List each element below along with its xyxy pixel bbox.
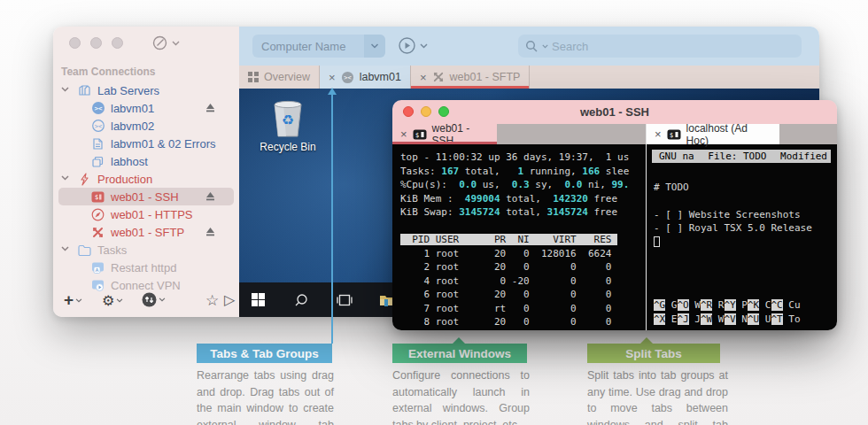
tree-item-labvm01[interactable]: >< labvm01: [53, 99, 239, 117]
tree-group-label: Production: [97, 173, 152, 186]
eject-icon[interactable]: [205, 102, 216, 113]
star-icon: ☆: [205, 291, 219, 310]
add-connection-button[interactable]: +: [64, 292, 82, 308]
minimize-window-button[interactable]: [90, 37, 102, 49]
callout-title: Split Tabs: [625, 347, 682, 360]
window-controls: [69, 37, 123, 49]
tab-bar: Overview × >< labvm01 × web01 - SFTP: [239, 66, 819, 89]
terminal-line: 7 root rt 0 0 0: [400, 302, 646, 316]
folder-icon: [77, 243, 92, 258]
remote-screen-outline-icon: ><: [90, 119, 105, 134]
tab-overview[interactable]: Overview: [239, 66, 320, 89]
tree-item-labvm-errors[interactable]: labvm01 & 02 Errors: [53, 135, 239, 152]
right-split-tabbar: × $ localhost (Ad Hoc): [647, 124, 836, 144]
terminal-line: KiB Mem : 499004 total, 142320 free: [400, 192, 646, 206]
tab-web01-ssh[interactable]: × $ web01 - SSH: [392, 124, 497, 144]
zoom-window-button[interactable]: [112, 37, 123, 49]
terminal-top-output[interactable]: top - 11:00:32 up 36 days, 19:37, 1 usTa…: [392, 144, 647, 330]
play-outline-icon: ▷: [224, 291, 235, 308]
terminal-line: 1 root 20 0 128016 6624: [400, 247, 646, 261]
connection-tree: Lab Servers >< labvm01 >< labvm02 labvm0…: [53, 81, 239, 294]
remote-screen-icon: ><: [90, 101, 105, 116]
external-window: web01 - SSH × $ web01 - SSH × $ localhos…: [392, 100, 837, 330]
terminal-line: - [ ] Website Screenshots: [654, 208, 836, 222]
tree-group-lab-servers[interactable]: Lab Servers: [53, 81, 239, 99]
svg-text:$: $: [95, 194, 98, 201]
tree-item-labvm02[interactable]: >< labvm02: [53, 117, 239, 135]
compose-icon: [152, 35, 167, 50]
terminal-line: PID USER PR NI VIRT RES: [400, 233, 646, 247]
tree-item-web01-sftp[interactable]: web01 - SFTP: [53, 223, 239, 241]
tree-item-web01-https[interactable]: web01 - HTTPS: [53, 205, 239, 223]
favorites-button[interactable]: ☆: [205, 291, 219, 310]
tree-item-label: labvm02: [111, 120, 154, 133]
close-icon[interactable]: ×: [329, 71, 336, 84]
minimize-window-button[interactable]: [421, 106, 431, 117]
settings-button[interactable]: ⚙: [102, 292, 123, 309]
close-icon[interactable]: ×: [400, 128, 407, 141]
computer-name-dropdown[interactable]: Computer Name: [252, 35, 385, 58]
external-window-titlebar[interactable]: web01 - SSH: [392, 100, 837, 124]
sort-connections-button[interactable]: [142, 292, 166, 307]
terminal-line: %Cpu(s): 0.0 us, 0.3 sy, 0.0 ni, 99.: [400, 178, 646, 192]
windows-logo-icon: [252, 293, 265, 306]
eject-icon[interactable]: [205, 226, 216, 237]
taskbar-search-button[interactable]: [290, 289, 313, 312]
terminal-line: - [ ] Royal TSX 5.0 Release: [654, 221, 836, 236]
zoom-window-button[interactable]: [438, 106, 449, 117]
compose-menu-button[interactable]: [152, 35, 180, 50]
eject-icon[interactable]: [205, 190, 216, 202]
chevron-down-icon: [420, 43, 428, 49]
nano-titlebar: GNU na File: TODO Modified: [652, 150, 831, 163]
terminal-line: KiB Swap: 3145724 total, 3145724 free: [400, 205, 646, 220]
svg-text:♻: ♻: [282, 112, 294, 128]
chevron-down-icon: [75, 298, 82, 303]
search-input[interactable]: [552, 40, 794, 53]
tree-item-labhost[interactable]: labhost: [53, 152, 239, 170]
callout-arrow: [640, 337, 653, 344]
close-window-button[interactable]: [403, 106, 414, 117]
svg-text:$: $: [670, 131, 673, 138]
tab-bar-filler: [530, 66, 819, 89]
tree-group-production[interactable]: Production: [53, 170, 239, 188]
svg-text:><: ><: [94, 104, 103, 112]
tab-label: labvm01: [360, 71, 401, 83]
grid-icon: [248, 72, 259, 82]
terminal-icon: $: [90, 189, 105, 205]
connect-button[interactable]: ▷: [224, 291, 235, 308]
compass-icon: [90, 207, 105, 222]
tree-item-label: web01 - SSH: [111, 190, 179, 204]
search-field[interactable]: [518, 35, 802, 58]
window-controls: [403, 106, 449, 117]
terminal-line: [400, 220, 646, 234]
start-button[interactable]: [246, 289, 269, 312]
tree-group-tasks[interactable]: Tasks: [53, 241, 239, 259]
terminal-line: 6 root 20 0 0 0: [400, 288, 646, 302]
terminal-icon: $: [413, 129, 427, 140]
tab-web01-sftp[interactable]: × web01 - SFTP: [411, 66, 530, 89]
chevron-down-icon: [364, 35, 385, 58]
file-transfer-icon: [432, 71, 445, 83]
tab-labvm01[interactable]: × >< labvm01: [320, 66, 411, 89]
search-icon: [294, 293, 308, 307]
tree-item-restart-httpd[interactable]: A Restart httpd: [53, 259, 239, 276]
close-icon[interactable]: ×: [655, 128, 662, 141]
terminal-nano-editor[interactable]: GNU na File: TODO Modified # TODO- [ ] W…: [647, 144, 836, 330]
close-icon[interactable]: ×: [420, 71, 427, 84]
command-task-icon: A: [90, 260, 105, 275]
tab-localhost-adhoc[interactable]: × $ localhost (Ad Hoc): [647, 124, 779, 144]
connect-toolbar-button[interactable]: [399, 37, 428, 54]
recycle-bin[interactable]: ♻ Recycle Bin: [259, 97, 317, 153]
nano-modified-flag: Modified: [780, 150, 831, 164]
computer-name-value: Computer Name: [252, 40, 364, 53]
tab-label: Overview: [264, 71, 310, 83]
terminal-line: Tasks: 167 total, 1 running, 166 slee: [400, 165, 646, 179]
close-window-button[interactable]: [69, 37, 81, 49]
nano-buffer[interactable]: # TODO- [ ] Website Screenshots- [ ] Roy…: [654, 166, 836, 249]
tree-item-web01-ssh[interactable]: $ web01 - SSH: [53, 188, 239, 205]
tab-label: web01 - SSH: [432, 122, 489, 147]
recycle-bin-label: Recycle Bin: [259, 141, 317, 153]
task-view-button[interactable]: [333, 289, 356, 312]
left-split-tabbar: × $ web01 - SSH: [392, 124, 647, 144]
sidebar: Team Connections Lab Servers >< labvm01 …: [53, 27, 239, 317]
